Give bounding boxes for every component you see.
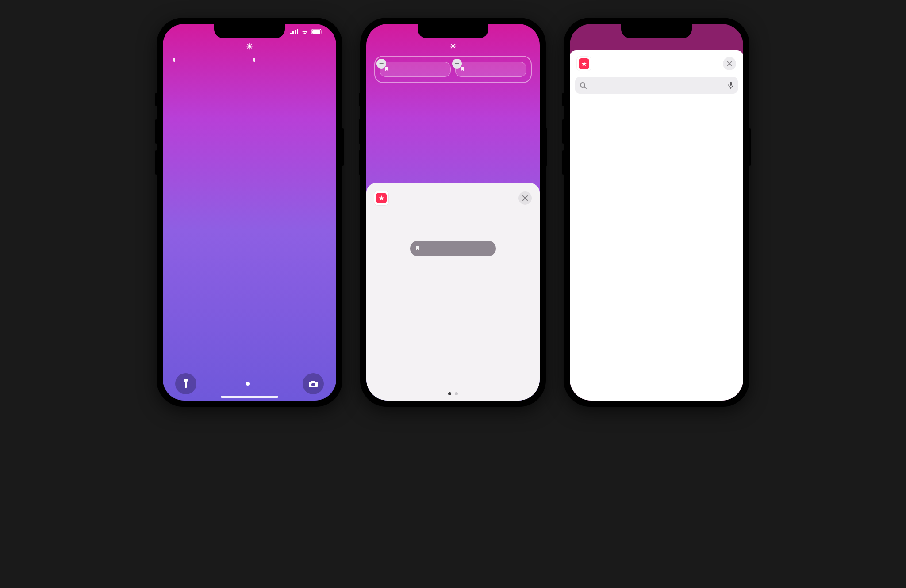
- picker-list[interactable]: [570, 97, 743, 401]
- camera-button[interactable]: [303, 373, 324, 394]
- phone-lockscreen: ☀︎: [157, 18, 342, 407]
- bookmark-icon: [384, 67, 389, 71]
- svg-rect-5: [312, 30, 320, 34]
- home-indicator[interactable]: [221, 396, 278, 398]
- close-icon: [522, 195, 528, 201]
- phone-widget-edit: ☀︎ − −: [360, 18, 546, 407]
- notch: [621, 24, 692, 38]
- lockscreen-date-row: ☀︎: [163, 42, 336, 51]
- bookmark-icon: [172, 58, 176, 63]
- lockscreen-widget-editing[interactable]: −: [380, 62, 451, 77]
- lockscreen-widget[interactable]: [252, 58, 327, 64]
- notch: [214, 24, 285, 38]
- svg-rect-0: [290, 33, 292, 34]
- list-picker-sheet: ★: [570, 50, 743, 401]
- widget-edit-tray[interactable]: − −: [374, 56, 532, 83]
- app-icon: ★: [374, 191, 388, 205]
- notch: [418, 24, 488, 38]
- notifications-pill[interactable]: [246, 382, 253, 386]
- widget-gallery-sheet: ★: [366, 183, 540, 401]
- weather-sun-icon: ☀︎: [449, 42, 457, 51]
- svg-rect-9: [730, 82, 732, 86]
- svg-rect-1: [292, 31, 294, 34]
- app-icon: ★: [577, 57, 591, 71]
- bookmark-icon: [415, 246, 420, 250]
- lockscreen-widget-editing[interactable]: −: [455, 62, 526, 77]
- bookmark-icon: [460, 67, 465, 71]
- tags-section-label: [570, 97, 743, 105]
- flashlight-button[interactable]: [175, 373, 196, 394]
- svg-rect-3: [297, 29, 298, 34]
- cellular-icon: [290, 29, 298, 34]
- wifi-icon: [301, 29, 309, 34]
- close-icon: [727, 61, 732, 66]
- svg-rect-2: [295, 30, 296, 34]
- lockscreen-widget[interactable]: [172, 58, 247, 64]
- svg-rect-6: [322, 31, 322, 33]
- search-icon: [580, 82, 587, 89]
- phone-list-picker: ★: [564, 18, 749, 407]
- weather-sun-icon: ☀︎: [246, 42, 253, 51]
- widget-preview[interactable]: [410, 241, 496, 256]
- page-dots[interactable]: [448, 392, 458, 395]
- flashlight-icon: [181, 378, 190, 389]
- camera-icon: [308, 380, 318, 388]
- dictation-icon[interactable]: [728, 81, 733, 89]
- bookmark-icon: [252, 58, 256, 63]
- close-sheet-button[interactable]: [518, 191, 532, 205]
- close-picker-button[interactable]: [723, 57, 736, 70]
- svg-line-8: [584, 87, 586, 88]
- lockscreen-date-row: ☀︎: [366, 42, 540, 51]
- search-input[interactable]: [575, 77, 738, 94]
- battery-icon: [311, 29, 323, 34]
